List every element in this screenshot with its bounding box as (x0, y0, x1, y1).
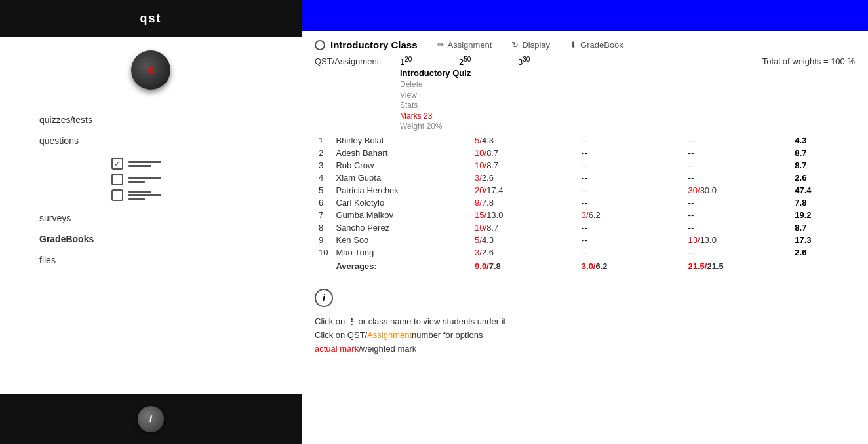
averages-col2: 3.0/6.2 (578, 259, 684, 272)
score-col1: 15/13.0 (471, 209, 578, 221)
actual-score: 9/ (475, 198, 482, 208)
weighted-score: 7.8 (482, 198, 494, 208)
score-col3: 13/13.0 (684, 234, 791, 246)
context-stats[interactable]: Stats (400, 100, 855, 111)
table-row: 6Carl Kolotylo9/7.8----7.8 (315, 196, 855, 209)
score-col3: -- (684, 196, 791, 209)
actual-score: 15/ (475, 210, 486, 220)
total-score: 4.3 (791, 134, 855, 147)
student-name[interactable]: Patricia Herchek (332, 184, 471, 196)
footer-line3: actual mark/weighted mark (315, 344, 855, 354)
score-col2: -- (578, 134, 684, 147)
footer-info: i Click on ⋮ or class name to view stude… (315, 278, 855, 354)
gradebook-label: GradeBook (580, 40, 623, 50)
score-col2: 3/6.2 (578, 209, 684, 221)
student-name[interactable]: Gumba Malkov (332, 209, 471, 221)
student-num: 4 (315, 172, 332, 184)
student-name[interactable]: Ken Soo (332, 234, 471, 246)
weighted-score: 4.3 (482, 235, 494, 245)
context-weight: Weight 20% (400, 121, 855, 132)
info-button[interactable]: i (138, 406, 164, 432)
student-num: 7 (315, 209, 332, 221)
icon-line (128, 194, 161, 196)
sidebar: qst x quizzes/tests questions (0, 0, 302, 444)
actual-score: 3/ (582, 210, 589, 220)
table-row: 8Sancho Perez10/8.7----8.7 (315, 221, 855, 234)
student-num: 6 (315, 196, 332, 209)
sidebar-item-files[interactable]: files (39, 250, 262, 270)
score-col3: -- (684, 246, 791, 259)
averages-label: Averages: (332, 259, 471, 272)
student-name[interactable]: Rob Crow (332, 159, 471, 172)
icon-line (128, 198, 145, 200)
actual-score: 30/ (688, 185, 700, 195)
col2-num[interactable]: 250 (459, 56, 511, 67)
actual-score: 10/ (475, 148, 486, 158)
quiz-name[interactable]: Introductory Quiz (400, 68, 485, 78)
score-col2: -- (578, 196, 684, 209)
averages-num (315, 259, 332, 272)
icon-line (128, 191, 151, 193)
footer-line2-pre: Click on QST/ (315, 330, 367, 340)
student-num: 10 (315, 246, 332, 259)
weighted-score: 8.7 (486, 223, 498, 232)
score-col3: -- (684, 134, 791, 147)
class-circle-icon[interactable] (315, 40, 325, 50)
sidebar-bottom: i (0, 394, 302, 444)
icon-line (128, 181, 145, 183)
sidebar-item-questions[interactable]: questions (39, 130, 262, 151)
total-score: 2.6 (791, 172, 855, 184)
score-col1: 3/2.6 (471, 246, 578, 259)
table-row: 3Rob Crow10/8.7----8.7 (315, 159, 855, 172)
actual-score: 3/ (475, 248, 482, 257)
student-name[interactable]: Bhirley Bolat (332, 134, 471, 147)
total-weights-label: Total of weights = 100 % (762, 56, 855, 66)
sidebar-item-gradebooks[interactable]: GradeBooks (39, 229, 262, 250)
sidebar-item-surveys[interactable]: surveys (39, 208, 262, 229)
display-action-btn[interactable]: ↻ Display (511, 40, 550, 50)
footer-line2-post: number for options (412, 330, 483, 340)
total-score: 19.2 (791, 209, 855, 221)
weighted-score: 2.6 (482, 173, 494, 183)
col1-num[interactable]: 120 (400, 56, 452, 67)
actual-score: 5/ (475, 235, 482, 245)
footer-weighted-mark-label: /weighted mark (359, 344, 416, 354)
table-row: 7Gumba Malkov15/13.03/6.2--19.2 (315, 209, 855, 221)
student-name[interactable]: Adesh Bahart (332, 147, 471, 159)
student-name[interactable]: Mao Tung (332, 246, 471, 259)
total-score: 17.3 (791, 234, 855, 246)
sidebar-item-quizzes-tests[interactable]: quizzes/tests (39, 109, 262, 130)
actual-score: 10/ (475, 160, 486, 170)
context-view[interactable]: View (400, 90, 855, 100)
context-menu: Delete View Stats Marks 23 Weight 20% (315, 79, 855, 132)
score-col1: 9/7.8 (471, 196, 578, 209)
context-delete[interactable]: Delete (400, 79, 855, 90)
icon-line (128, 177, 161, 179)
col3-num[interactable]: 330 (518, 56, 570, 67)
gradebook-action-btn[interactable]: ⬇ GradeBook (570, 40, 623, 50)
assignment-row: QST/Assignment: 120 250 330 Total of wei… (315, 56, 855, 67)
student-name[interactable]: Sancho Perez (332, 221, 471, 234)
score-col2: -- (578, 221, 684, 234)
footer-line1-pre: Click on (315, 316, 345, 326)
score-col3: -- (684, 209, 791, 221)
student-num: 1 (315, 134, 332, 147)
class-name[interactable]: Introductory Class (330, 39, 418, 50)
display-label: Display (522, 40, 550, 50)
gradebook-download-icon: ⬇ (570, 40, 577, 50)
weighted-score: 8.7 (486, 148, 498, 158)
student-name[interactable]: Xiam Gupta (332, 172, 471, 184)
info-icon: i (149, 413, 152, 425)
context-marks[interactable]: Marks 23 (400, 111, 855, 121)
score-col3: -- (684, 147, 791, 159)
assignment-action-btn[interactable]: ✏ Assignment (437, 40, 492, 50)
check-icon-2 (111, 174, 123, 185)
actual-score: 10/ (475, 223, 486, 232)
footer-line2: Click on QST/Assignmentnumber for option… (315, 330, 855, 340)
main-content: Introductory Class ✏ Assignment ↻ Displa… (302, 0, 868, 444)
student-name[interactable]: Carl Kolotylo (332, 196, 471, 209)
weighted-score: 30.0 (700, 185, 717, 195)
sidebar-title: qst (140, 12, 162, 25)
sidebar-nav: quizzes/tests questions (0, 96, 302, 284)
icon-row-2 (111, 174, 190, 185)
